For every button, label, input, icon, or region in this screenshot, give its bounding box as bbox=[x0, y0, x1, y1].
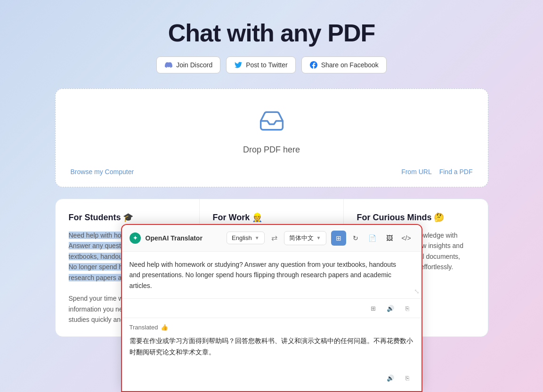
upload-actions-bar: Browse my Computer From URL Find a PDF bbox=[71, 168, 473, 176]
screenshot-mode-button[interactable]: ⊞ bbox=[331, 231, 346, 246]
swap-icon[interactable]: ⇄ bbox=[269, 233, 279, 242]
image-button[interactable]: 🖼 bbox=[382, 231, 397, 246]
translator-output-area: Translated 👍 需要在作业或学习方面得到帮助吗？回答您教科书、讲义和演… bbox=[122, 318, 421, 391]
target-lang-value: 简体中文 bbox=[289, 234, 314, 242]
translator-brand-label: OpenAI Translator bbox=[146, 234, 222, 242]
page-title: Chat with any PDF bbox=[9, 19, 534, 47]
upload-right-links: From URL Find a PDF bbox=[401, 168, 472, 176]
find-pdf-link[interactable]: Find a PDF bbox=[439, 168, 473, 176]
browse-computer-link[interactable]: Browse my Computer bbox=[71, 168, 134, 176]
resize-handle[interactable]: ⤡ bbox=[414, 286, 420, 296]
target-lang-select[interactable]: 简体中文 ▼ bbox=[284, 231, 326, 245]
translator-action-buttons: ⊞ ↻ 📄 🖼 </> bbox=[331, 231, 414, 246]
join-discord-button[interactable]: Join Discord bbox=[156, 56, 220, 73]
translator-input-area[interactable]: Need help with homework or studying? Ans… bbox=[122, 252, 421, 299]
facebook-icon bbox=[309, 61, 318, 69]
share-facebook-label: Share on Facebook bbox=[321, 61, 379, 69]
source-lang-chevron: ▼ bbox=[255, 235, 259, 240]
expand-input-button[interactable]: ⊞ bbox=[367, 302, 380, 315]
drop-text: Drop PDF here bbox=[243, 145, 300, 155]
refresh-button[interactable]: ↻ bbox=[348, 231, 363, 246]
translated-output-text: 需要在作业或学习方面得到帮助吗？回答您教科书、讲义和演示文稿中的任何问题。不再花… bbox=[130, 336, 414, 368]
post-twitter-label: Post to Twitter bbox=[246, 61, 287, 69]
openai-logo: ✦ bbox=[130, 232, 141, 244]
translated-text-label: Translated bbox=[130, 324, 158, 331]
twitter-icon bbox=[234, 61, 243, 69]
translator-input-text: Need help with homework or studying? Ans… bbox=[130, 259, 414, 291]
action-buttons: Join Discord Post to Twitter Share on Fa… bbox=[9, 56, 534, 73]
translator-popup: ✦ OpenAI Translator English ▼ ⇄ 简体中文 ▼ ⊞… bbox=[121, 224, 422, 392]
curious-title: For Curious Minds 🤔 bbox=[357, 212, 475, 223]
code-button[interactable]: </> bbox=[399, 231, 414, 246]
inbox-icon bbox=[259, 108, 285, 139]
students-title: For Students 🎓 bbox=[69, 212, 186, 223]
copy-input-button[interactable]: ⎘ bbox=[401, 302, 414, 315]
translated-label: Translated 👍 bbox=[130, 324, 414, 331]
translated-emoji: 👍 bbox=[161, 324, 168, 331]
source-lang-value: English bbox=[232, 234, 252, 241]
upload-area[interactable]: Drop PDF here Browse my Computer From UR… bbox=[55, 88, 488, 187]
copy-output-button[interactable]: ⎘ bbox=[401, 371, 414, 384]
translator-header: ✦ OpenAI Translator English ▼ ⇄ 简体中文 ▼ ⊞… bbox=[122, 225, 421, 252]
target-lang-chevron: ▼ bbox=[316, 235, 321, 240]
join-discord-label: Join Discord bbox=[176, 61, 212, 69]
work-title: For Work 👷 bbox=[213, 212, 330, 223]
input-action-bar: ⊞ 🔊 ⎘ bbox=[122, 299, 421, 318]
speak-input-button[interactable]: 🔊 bbox=[384, 302, 397, 315]
source-lang-select[interactable]: English ▼ bbox=[227, 232, 265, 244]
document-button[interactable]: 📄 bbox=[365, 231, 380, 246]
discord-icon bbox=[164, 61, 173, 69]
post-twitter-button[interactable]: Post to Twitter bbox=[226, 56, 295, 73]
speak-output-button[interactable]: 🔊 bbox=[384, 371, 397, 384]
output-action-bar: 🔊 ⎘ bbox=[130, 368, 414, 387]
share-facebook-button[interactable]: Share on Facebook bbox=[301, 56, 387, 73]
from-url-link[interactable]: From URL bbox=[401, 168, 432, 176]
